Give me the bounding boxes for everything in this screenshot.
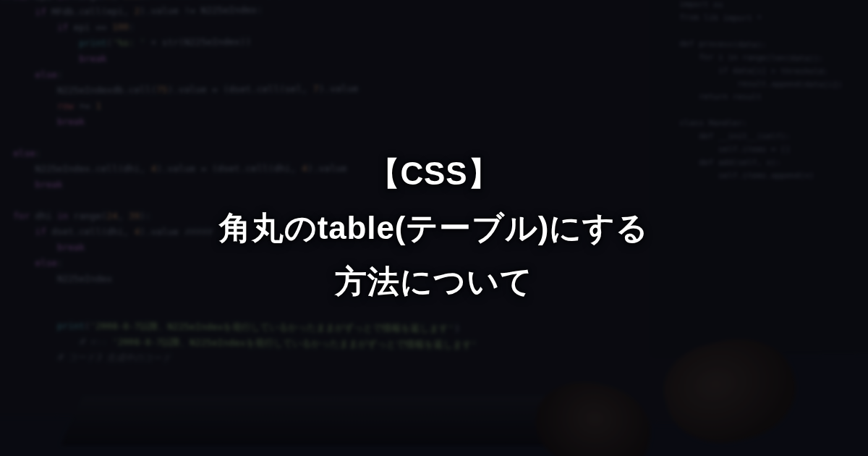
title-line-2: 角丸のtable(テーブル)にする	[219, 210, 649, 245]
hero-title: 【CSS】 角丸のtable(テーブル)にする 方法について	[219, 147, 649, 309]
title-line-1: 【CSS】	[368, 156, 501, 191]
title-container: 【CSS】 角丸のtable(テーブル)にする 方法について	[0, 0, 868, 456]
title-line-3: 方法について	[335, 263, 532, 299]
